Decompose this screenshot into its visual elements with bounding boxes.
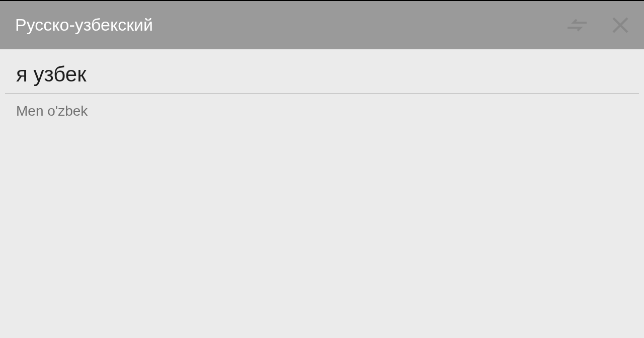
- header-title: Русско-узбекский: [15, 15, 153, 35]
- swap-languages-button[interactable]: [567, 17, 588, 34]
- close-icon: [612, 17, 629, 34]
- translation-output: Men o'zbek: [5, 94, 639, 128]
- header-actions: [567, 17, 629, 34]
- close-button[interactable]: [612, 17, 629, 34]
- swap-icon: [567, 17, 588, 34]
- content-area: я узбек Men o'zbek: [0, 49, 644, 128]
- header-bar: Русско-узбекский: [0, 1, 644, 49]
- source-input[interactable]: я узбек: [5, 49, 639, 94]
